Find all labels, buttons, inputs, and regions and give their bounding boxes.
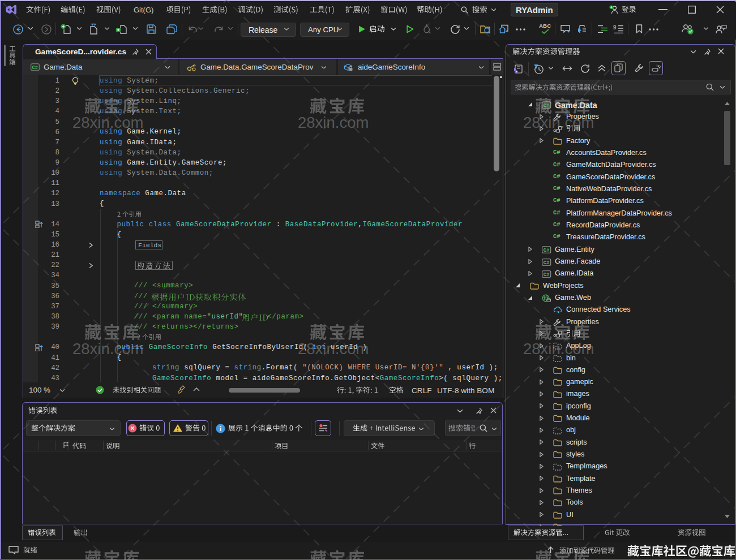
svg-text:C#: C# xyxy=(32,65,38,71)
svg-text:C#: C# xyxy=(544,248,549,253)
svg-text:C#: C# xyxy=(544,272,549,278)
svg-text:9: 9 xyxy=(613,24,617,31)
svg-text:C#: C# xyxy=(544,260,549,266)
